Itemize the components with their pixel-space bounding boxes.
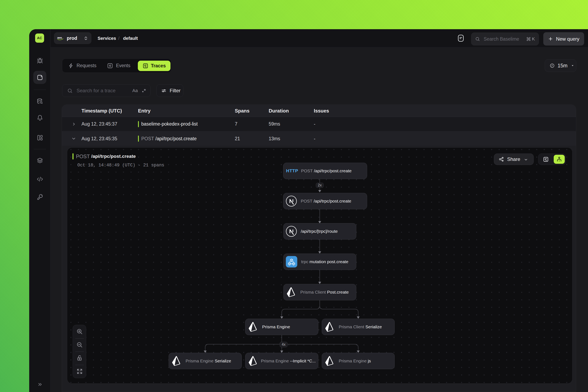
svg-text:aws: aws [57, 36, 62, 39]
